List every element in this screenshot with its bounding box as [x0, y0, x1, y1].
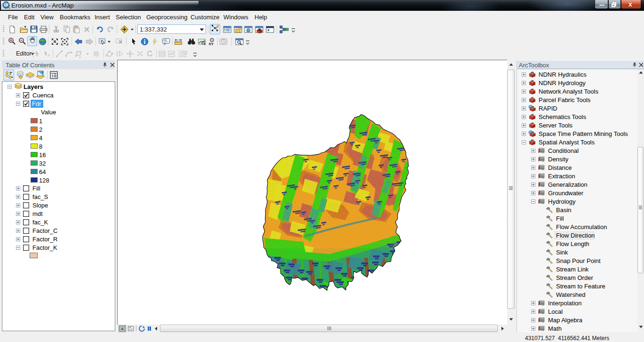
svg-text:XY: XY — [209, 42, 214, 46]
svg-text:A: A — [48, 53, 50, 57]
